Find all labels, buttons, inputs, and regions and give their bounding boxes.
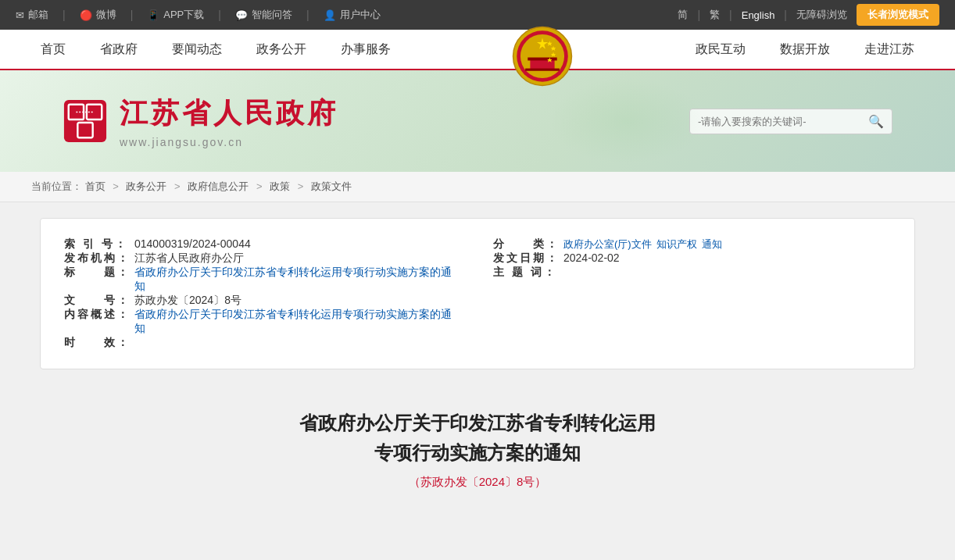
- breadcrumb-affairs-public[interactable]: 政务公开: [126, 180, 166, 192]
- banner-title: 江苏省人民政府 www.jiangsu.gov.cn: [120, 95, 338, 148]
- lang-barrier-free[interactable]: 无障碍浏览: [796, 8, 847, 22]
- info-value-date: 2024-02-02: [563, 251, 620, 264]
- top-bar-left: ✉ 邮箱 | 🔴 微博 | 📱 APP下载 | 💬 智能问答 | 👤 用户中心: [16, 8, 381, 22]
- divider-2: |: [131, 9, 134, 21]
- user-link[interactable]: 👤 用户中心: [324, 8, 381, 22]
- info-row-keywords: 主 题 词：: [493, 266, 891, 280]
- article-title-area: 省政府办公厅关于印发江苏省专利转化运用 专项行动实施方案的通知 （苏政办发〔20…: [40, 393, 915, 498]
- article-subtitle: （苏政办发〔2024〕8号）: [87, 475, 868, 490]
- info-tag-0[interactable]: 政府办公室(厅)文件: [563, 237, 652, 251]
- lang-fan[interactable]: 繁: [710, 8, 720, 22]
- article-title: 省政府办公厅关于印发江苏省专利转化运用 专项行动实施方案的通知: [87, 408, 868, 469]
- breadcrumb-gov-info[interactable]: 政府信息公开: [188, 180, 249, 192]
- breadcrumb-policy-doc[interactable]: 政策文件: [311, 180, 352, 192]
- info-row-index: 索 引 号： 014000319/2024-00044: [64, 237, 462, 251]
- info-label-publisher: 发布机构：: [64, 251, 134, 266]
- breadcrumb-sep-2: >: [174, 180, 181, 192]
- weibo-icon: 🔴: [80, 9, 92, 21]
- nav-services[interactable]: 办事服务: [324, 29, 408, 70]
- nav-about-jiangsu[interactable]: 走进江苏: [847, 29, 932, 70]
- lang-english[interactable]: English: [742, 9, 775, 21]
- mail-link[interactable]: ✉ 邮箱: [16, 8, 48, 22]
- user-icon: 👤: [324, 9, 336, 21]
- info-tag-1[interactable]: 知识产权: [656, 237, 697, 251]
- info-label-summary: 内容概述：: [64, 308, 134, 322]
- lang-jian[interactable]: 简: [678, 8, 688, 22]
- info-right-col: 分 类： 政府办公室(厅)文件知识产权通知 发文日期： 2024-02-02 主…: [493, 237, 891, 350]
- mail-icon: ✉: [16, 9, 24, 21]
- banner: 江苏省人民政府 www.jiangsu.gov.cn 🔍: [0, 70, 955, 172]
- app-label: APP下载: [163, 8, 204, 22]
- app-icon: 📱: [147, 9, 159, 21]
- breadcrumb-sep-3: >: [256, 180, 263, 192]
- svg-rect-5: [525, 69, 560, 71]
- info-row-summary: 内容概述： 省政府办公厅关于印发江苏省专利转化运用专项行动实施方案的通知: [64, 308, 462, 336]
- banner-logo: 江苏省人民政府 www.jiangsu.gov.cn: [63, 95, 338, 148]
- info-row-validity: 时 效：: [64, 336, 462, 350]
- weibo-link[interactable]: 🔴 微博: [80, 8, 116, 22]
- nav-right: 政民互动 数据开放 走进江苏: [678, 29, 932, 70]
- brand-icon: [63, 98, 108, 144]
- weibo-label: 微博: [96, 8, 116, 22]
- search-icon[interactable]: 🔍: [868, 114, 884, 129]
- national-emblem: [512, 26, 574, 88]
- main-content: 索 引 号： 014000319/2024-00044 发布机构： 江苏省人民政…: [24, 218, 931, 498]
- sep-3: |: [784, 9, 787, 21]
- nav-news[interactable]: 要闻动态: [155, 29, 239, 70]
- nav-home[interactable]: 首页: [23, 29, 83, 70]
- info-tag-2[interactable]: 通知: [702, 237, 722, 251]
- nav-bar: 首页 省政府 要闻动态 政务公开 办事服务: [0, 30, 955, 70]
- search-input[interactable]: [698, 116, 868, 127]
- info-row-title: 标 题： 省政府办公厅关于印发江苏省专利转化运用专项行动实施方案的通知: [64, 266, 462, 294]
- svg-rect-11: [64, 100, 106, 142]
- svg-rect-4: [528, 58, 556, 61]
- info-label-validity: 时 效：: [64, 336, 134, 350]
- info-label-keywords: 主 题 词：: [493, 266, 563, 280]
- top-bar-right: 简 | 繁 | English | 无障碍浏览 长者浏览模式: [678, 4, 939, 26]
- info-grid: 索 引 号： 014000319/2024-00044 发布机构： 江苏省人民政…: [64, 237, 891, 350]
- breadcrumb-policy[interactable]: 政策: [270, 180, 290, 192]
- info-row-publisher: 发布机构： 江苏省人民政府办公厅: [64, 251, 462, 266]
- nav-affairs-public[interactable]: 政务公开: [239, 29, 324, 70]
- breadcrumb-sep-1: >: [113, 180, 119, 192]
- user-label: 用户中心: [340, 8, 381, 22]
- nav-data-open[interactable]: 数据开放: [763, 29, 847, 70]
- info-tags: 政府办公室(厅)文件知识产权通知: [563, 237, 727, 251]
- breadcrumb-home[interactable]: 首页: [85, 180, 106, 192]
- ai-link[interactable]: 💬 智能问答: [235, 8, 292, 22]
- info-value-publisher: 江苏省人民政府办公厅: [134, 251, 244, 266]
- breadcrumb-label: 当前位置：: [31, 180, 82, 192]
- article-title-line2: 专项行动实施方案的通知: [87, 438, 868, 468]
- info-label-index: 索 引 号：: [64, 237, 134, 251]
- mail-label: 邮箱: [28, 8, 48, 22]
- ai-label: 智能问答: [252, 8, 292, 22]
- breadcrumb-sep-4: >: [298, 180, 304, 192]
- elder-mode-button[interactable]: 长者浏览模式: [857, 4, 939, 26]
- divider-3: |: [218, 9, 221, 21]
- site-title: 江苏省人民政府: [120, 95, 338, 133]
- info-card: 索 引 号： 014000319/2024-00044 发布机构： 江苏省人民政…: [40, 218, 915, 369]
- info-value-index: 014000319/2024-00044: [134, 237, 251, 250]
- info-label-date: 发文日期：: [493, 251, 563, 266]
- nav-citizen-interact[interactable]: 政民互动: [678, 29, 763, 70]
- divider-4: |: [306, 9, 309, 21]
- info-row-docnum: 文 号： 苏政办发〔2024〕8号: [64, 294, 462, 308]
- info-value-docnum: 苏政办发〔2024〕8号: [134, 294, 241, 308]
- divider-1: |: [63, 9, 66, 21]
- breadcrumb: 当前位置： 首页 > 政务公开 > 政府信息公开 > 政策 > 政策文件: [0, 172, 955, 202]
- info-link-title[interactable]: 省政府办公厅关于印发江苏省专利转化运用专项行动实施方案的通知: [134, 266, 462, 294]
- info-label-title: 标 题：: [64, 266, 134, 280]
- article-title-line1: 省政府办公厅关于印发江苏省专利转化运用: [87, 408, 868, 438]
- nav-provincial-gov[interactable]: 省政府: [83, 29, 155, 70]
- site-url: www.jiangsu.gov.cn: [120, 136, 338, 148]
- search-box[interactable]: 🔍: [689, 109, 892, 134]
- info-label-category: 分 类：: [493, 237, 563, 251]
- nav-left: 首页 省政府 要闻动态 政务公开 办事服务: [23, 29, 408, 70]
- info-link-summary[interactable]: 省政府办公厅关于印发江苏省专利转化运用专项行动实施方案的通知: [134, 308, 462, 336]
- info-label-docnum: 文 号：: [64, 294, 134, 308]
- info-row-category: 分 类： 政府办公室(厅)文件知识产权通知: [493, 237, 891, 251]
- sep-1: |: [697, 9, 700, 21]
- info-row-date: 发文日期： 2024-02-02: [493, 251, 891, 266]
- app-link[interactable]: 📱 APP下载: [147, 8, 204, 22]
- sep-2: |: [729, 9, 732, 21]
